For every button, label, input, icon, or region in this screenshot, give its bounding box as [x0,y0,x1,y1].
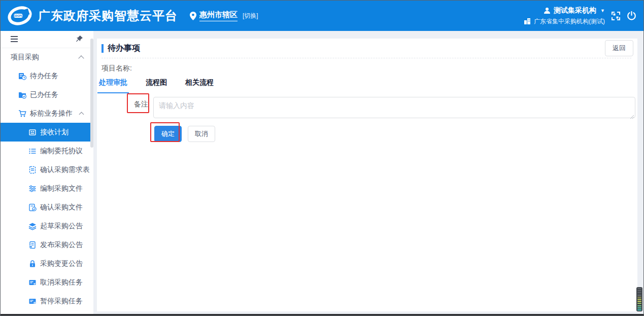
svg-text:GDGPO: GDGPO [14,14,23,17]
pause-task-icon [28,297,37,305]
form-actions: 确定 取消 [154,126,215,142]
sidebar-item-pause-task[interactable]: 暂停采购任务 [1,292,93,310]
scroll-minimap-widget [636,287,642,311]
sidebar-item-confirm-requirement[interactable]: 确认采购需求表 [1,160,93,179]
tab-process-approval[interactable]: 处理审批 [97,78,129,93]
sidebar-item-label: 接收计划 [40,128,69,137]
title-accent-bar [101,44,104,53]
location-pin-icon [190,12,196,20]
tab-bar: 处理审批 流程图 相关流程 [97,78,230,93]
sidebar-item-cancel-task[interactable]: 取消采购任务 [1,273,93,292]
window-bottom-edge [1,314,643,315]
sidebar-item-confirm-document[interactable]: 确认采购文件 [1,198,93,217]
region-switch-link[interactable]: [切换] [243,12,258,20]
remark-textarea[interactable] [153,97,635,118]
chevron-up-icon [79,112,84,117]
fullscreen-expand-icon [612,12,620,20]
pin-icon[interactable] [76,35,83,43]
app-title: 广东政府采购智慧云平台 [38,8,178,24]
sidebar-item-entrust-agreement[interactable]: 编制委托协议 [1,142,93,160]
sidebar-item-label: 待办任务 [30,72,58,81]
sidebar-item-label: 编制采购文件 [40,184,83,193]
project-name-label: 项目名称: [101,64,132,73]
sidebar-item-label: 标前业务操作 [30,109,73,118]
sidebar: 项目采购 待办任务 已办任务 [1,31,93,316]
receive-plan-icon [28,128,37,136]
region-selector: 惠州市辖区 [切换] [190,10,258,21]
sidebar-menu: 待办任务 已办任务 标前业务操作 [1,66,93,316]
compile-document-icon [28,185,37,193]
sidebar-item-pre-bid-operations[interactable]: 标前业务操作 [1,104,93,123]
content-header: 待办事项 返回 [97,39,637,58]
done-tasks-icon [18,91,26,99]
region-name-link[interactable]: 惠州市辖区 [199,10,238,21]
account-block: 测试集采机构 ▼ 广东省集中采购机构(测试) [523,1,605,31]
power-icon [627,11,636,21]
dashed-divider [101,58,631,58]
confirm-document-icon [28,203,37,212]
brand: GDGPO 广东政府采购智慧云平台 [8,6,178,26]
user-menu[interactable]: 测试集采机构 ▼ [543,6,605,15]
organization-icon [523,17,531,25]
sidebar-toolbar [1,31,93,48]
user-name: 测试集采机构 [554,6,596,15]
pre-bid-operations-icon [18,110,26,118]
sidebar-scrollbar[interactable] [90,39,93,148]
sidebar-item-change-notice[interactable]: 采购变更公告 [1,254,93,273]
todo-tasks-icon [18,72,26,80]
entrust-agreement-icon [28,147,37,155]
sidebar-item-publish-notice[interactable]: 发布采购公告 [1,235,93,254]
gdgpo-logo-icon: GDGPO [8,6,32,26]
sidebar-item-label: 确认采购文件 [40,203,83,212]
change-notice-icon [28,260,37,268]
confirm-button[interactable]: 确定 [154,126,182,142]
sidebar-item-label: 暂停采购任务 [40,297,83,306]
org-block: 广东省集中采购机构(测试) [523,17,605,26]
sidebar-item-compile-document[interactable]: 编制采购文件 [1,179,93,198]
sidebar-section-project-procurement[interactable]: 项目采购 [1,48,93,66]
chevron-up-icon [78,55,84,61]
user-icon [543,7,551,15]
sidebar-item-receive-plan[interactable]: 接收计划 [1,123,93,142]
sidebar-item-label: 确认采购需求表 [40,165,90,174]
collapse-menu-icon[interactable] [11,36,18,44]
tab-flow-chart[interactable]: 流程图 [144,78,168,93]
sidebar-item-label: 编制委托协议 [40,147,83,156]
remark-label: 备注 [134,100,148,109]
sidebar-item-label: 起草采购公告 [40,222,83,231]
publish-notice-icon [28,241,37,249]
sidebar-item-todo-tasks[interactable]: 待办任务 [1,66,93,85]
sidebar-item-label: 发布采购公告 [40,240,83,250]
sidebar-section-label: 项目采购 [11,53,39,62]
sidebar-item-done-tasks[interactable]: 已办任务 [1,85,93,104]
chevron-down-icon: ▼ [600,8,605,13]
org-name: 广东省集中采购机构(测试) [534,17,605,26]
page-title: 待办事项 [108,43,140,54]
draft-notice-icon [28,222,37,230]
sidebar-item-label: 已办任务 [30,90,58,99]
cancel-button[interactable]: 取消 [188,126,215,142]
confirm-requirement-icon [28,166,37,174]
tab-related-flows[interactable]: 相关流程 [184,78,215,93]
sidebar-item-draft-notice[interactable]: 起草采购公告 [1,217,93,235]
app-window: GDGPO 广东政府采购智慧云平台 惠州市辖区 [切换] 测试集采机构 ▼ [0,0,644,316]
top-header: GDGPO 广东政府采购智慧云平台 惠州市辖区 [切换] 测试集采机构 ▼ [1,1,643,31]
logout-button[interactable] [627,1,636,31]
sidebar-item-label: 采购变更公告 [40,259,83,268]
content-card: 待办事项 返回 项目名称: 处理审批 流程图 相关流程 备注 确定 取消 [97,39,637,311]
fullscreen-button[interactable] [612,1,620,31]
sidebar-item-label: 取消采购任务 [40,278,83,287]
cancel-task-icon [28,278,37,287]
back-button[interactable]: 返回 [605,40,633,56]
